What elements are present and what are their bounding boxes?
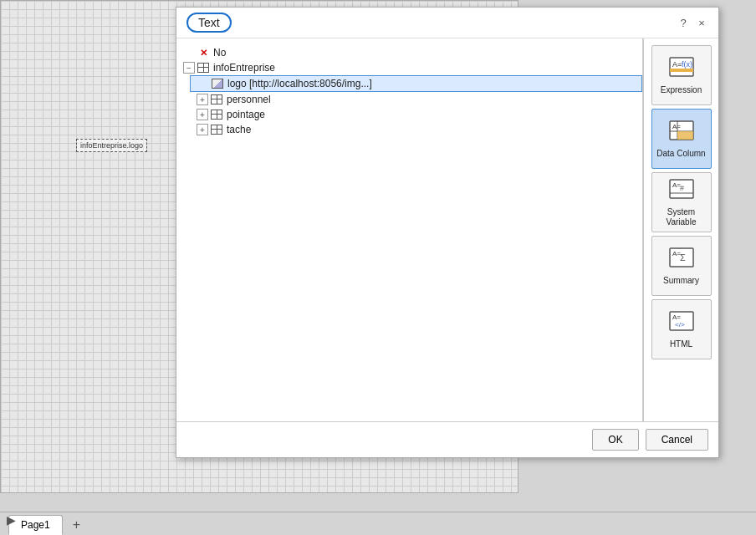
tree-panel: ✕ No − infoEntreprise [176,38,643,421]
canvas-element-label: infoEntreprise.logo [80,141,143,150]
expand-icon-personnel[interactable]: + [197,94,208,105]
canvas-element[interactable]: infoEntreprise.logo [76,139,147,152]
x-icon: ✕ [197,47,210,59]
tree-item-logo[interactable]: logo [http://localhost:8056/img...] [190,75,642,92]
summary-icon: A= Σ [667,246,697,273]
system-variable-icon: A= # [667,177,697,204]
tree-label-no: No [213,47,226,59]
svg-rect-8 [677,131,693,140]
tab-page1[interactable]: Page1 [8,515,63,535]
tree-item-tache[interactable]: + tache [190,122,642,137]
dialog: Text ? × ✕ No − [176,7,719,458]
expression-label: Expression [661,85,702,95]
dialog-footer: OK Cancel [176,421,718,457]
data-column-label: Data Column [656,149,705,159]
tree-item-infoentreprise[interactable]: − infoEntreprise [176,60,642,75]
html-button[interactable]: A= </> HTML [651,299,712,359]
tree-label-logo: logo [http://localhost:8056/img...] [227,78,372,89]
collapse-icon-infoentreprise[interactable]: − [183,62,195,74]
ok-button[interactable]: OK [592,429,638,451]
data-column-icon: A= [667,119,697,145]
dialog-body: ✕ No − infoEntreprise [176,38,718,421]
tree-label-infoentreprise: infoEntreprise [213,62,275,74]
cancel-button[interactable]: Cancel [646,429,708,451]
svg-text:</>: </> [675,321,685,329]
workspace: infoEntreprise.logo ▶ Page1 + Text ? × [0,0,756,535]
svg-text:A=: A= [672,123,681,130]
svg-text:A=: A= [672,313,681,321]
add-page-button[interactable]: + [66,515,87,535]
summary-label: Summary [663,276,699,286]
expression-button[interactable]: A= f(x) Expression [651,45,712,105]
image-icon-logo [211,78,224,89]
dialog-titlebar: Text ? × [176,8,718,38]
table-icon-infoentreprise [197,62,210,74]
tree-label-tache: tache [227,124,251,135]
html-icon: A= </> [667,309,697,336]
right-panel: A= f(x) Expression A= [643,38,718,421]
svg-text:f(x): f(x) [682,60,692,69]
tree-item-personnel[interactable]: + personnel [190,92,642,107]
data-column-button[interactable]: A= Data Column [651,109,712,169]
help-button[interactable]: ? [677,16,690,29]
svg-text:Σ: Σ [680,252,686,262]
expression-icon: A= f(x) [667,55,697,82]
tree-label-personnel: personnel [227,94,271,105]
summary-button[interactable]: A= Σ Summary [651,236,712,296]
html-label: HTML [670,339,692,349]
table-icon-pointage [210,109,223,120]
page-tabs: ▶ Page1 + [0,512,756,535]
nav-arrow[interactable]: ▶ [7,513,16,527]
tree-label-pointage: pointage [227,109,265,120]
dialog-title: Text [186,13,232,33]
system-variable-button[interactable]: A= # System Variable [651,172,712,232]
tree-item-no[interactable]: ✕ No [176,45,642,60]
table-icon-tache [210,124,223,135]
expand-icon-pointage[interactable]: + [197,109,208,120]
svg-text:A=: A= [672,60,682,69]
tree-item-pointage[interactable]: + pointage [190,107,642,122]
table-icon-personnel [210,94,223,105]
expand-icon-tache[interactable]: + [197,124,208,135]
svg-text:#: # [680,184,684,192]
dialog-titlebar-buttons: ? × [677,16,708,29]
close-button[interactable]: × [695,16,708,29]
system-variable-label: System Variable [652,207,711,227]
